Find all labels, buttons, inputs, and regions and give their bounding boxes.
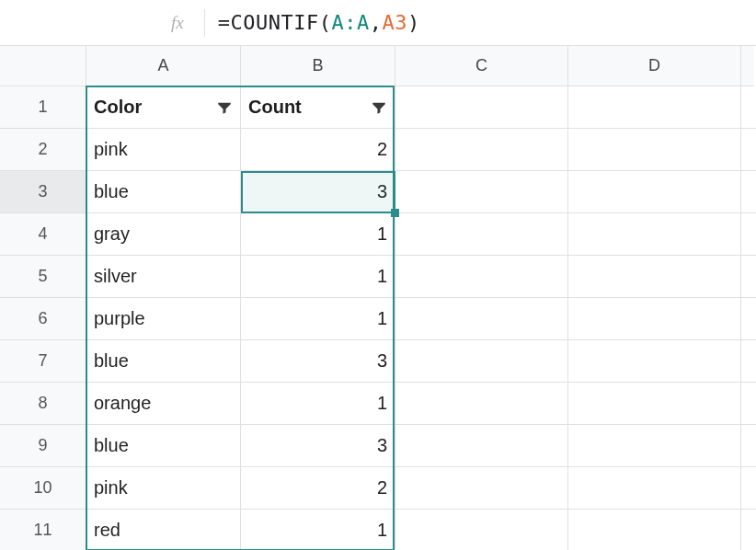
grid[interactable]: Color Count pink 2 blue: [86, 86, 756, 550]
comma: ,: [370, 11, 383, 34]
cell-edge[interactable]: [741, 298, 756, 340]
cell-b9[interactable]: 3: [241, 425, 395, 467]
cell-c7[interactable]: [395, 340, 568, 383]
cell-d1[interactable]: [568, 86, 741, 129]
paren-open: (: [319, 11, 332, 34]
row-header-10[interactable]: 10: [0, 467, 86, 510]
cell-edge[interactable]: [741, 383, 756, 425]
row-header-11[interactable]: 11: [0, 510, 86, 550]
col-header-a[interactable]: A: [86, 46, 241, 86]
cell-a10[interactable]: pink: [86, 467, 241, 510]
col-edge: [741, 46, 754, 86]
cell-d11[interactable]: [568, 510, 741, 550]
row-header-2[interactable]: 2: [0, 129, 86, 171]
row-header-5[interactable]: 5: [0, 256, 86, 298]
cell-a1[interactable]: Color: [86, 86, 241, 129]
cell-c4[interactable]: [395, 213, 568, 256]
cell-b5[interactable]: 1: [241, 256, 395, 298]
cell-edge[interactable]: [741, 467, 756, 510]
cell-b10[interactable]: 2: [241, 467, 395, 510]
cell-edge[interactable]: [741, 425, 756, 467]
table-row: orange 1: [86, 383, 756, 425]
col-header-b[interactable]: B: [241, 46, 395, 86]
cell-b11[interactable]: 1: [241, 510, 395, 550]
row-header-8[interactable]: 8: [0, 383, 86, 425]
row-header-3[interactable]: 3: [0, 171, 86, 213]
table-row: blue 3: [86, 171, 756, 213]
cell-a7[interactable]: blue: [86, 340, 241, 383]
row-header-4[interactable]: 4: [0, 213, 86, 256]
cell-d6[interactable]: [568, 298, 741, 340]
cell-d7[interactable]: [568, 340, 741, 383]
cell-a3[interactable]: blue: [86, 171, 241, 213]
table-row: pink 2: [86, 467, 756, 510]
cell-d4[interactable]: [568, 213, 741, 256]
cell-d2[interactable]: [568, 129, 741, 171]
cell-c11[interactable]: [395, 510, 568, 550]
cell-c2[interactable]: [395, 129, 568, 171]
cell-c10[interactable]: [395, 467, 568, 510]
cell-b8[interactable]: 1: [241, 383, 395, 425]
cell-d8[interactable]: [568, 383, 741, 425]
cell-b3[interactable]: 3: [241, 171, 395, 213]
row-header-6[interactable]: 6: [0, 298, 86, 340]
filter-icon[interactable]: [371, 99, 387, 116]
cell-b1[interactable]: Count: [241, 86, 395, 129]
formula-input[interactable]: =COUNTIF ( A:A , A3 ): [218, 11, 420, 34]
cell-edge[interactable]: [741, 340, 756, 383]
cell-c8[interactable]: [395, 383, 568, 425]
select-all-corner[interactable]: [0, 46, 86, 86]
formula-ref: A3: [382, 11, 407, 34]
divider: [204, 9, 205, 37]
cell-c5[interactable]: [395, 256, 568, 298]
cell-b6[interactable]: 1: [241, 298, 395, 340]
cell-edge[interactable]: [741, 171, 756, 213]
row-headers: 1 2 3 4 5 6 7 8 9 10 11: [0, 86, 86, 550]
cell-edge[interactable]: [741, 86, 756, 129]
cell-d9[interactable]: [568, 425, 741, 467]
cell-edge[interactable]: [741, 256, 756, 298]
formula-range: A:A: [331, 11, 369, 34]
cell-c9[interactable]: [395, 425, 568, 467]
table-row: blue 3: [86, 340, 756, 383]
cell-c1[interactable]: [395, 86, 568, 129]
table-row: blue 3: [86, 425, 756, 467]
cell-a6[interactable]: purple: [86, 298, 241, 340]
fx-icon: fx: [156, 13, 199, 33]
table-row: gray 1: [86, 213, 756, 256]
formula-func: =COUNTIF: [218, 11, 319, 34]
cell-a5[interactable]: silver: [86, 256, 241, 298]
cell-c6[interactable]: [395, 298, 568, 340]
cell-edge[interactable]: [741, 213, 756, 256]
cell-b4[interactable]: 1: [241, 213, 395, 256]
header-count: Count: [248, 97, 302, 118]
col-header-d[interactable]: D: [568, 46, 741, 86]
table-row: Color Count: [86, 86, 756, 129]
cell-a11[interactable]: red: [86, 510, 241, 550]
cell-a4[interactable]: gray: [86, 213, 241, 256]
cell-b2[interactable]: 2: [241, 129, 395, 171]
cell-b7[interactable]: 3: [241, 340, 395, 383]
fill-handle[interactable]: [391, 209, 399, 217]
row-header-9[interactable]: 9: [0, 425, 86, 467]
table-row: red 1: [86, 510, 756, 550]
formula-bar: fx =COUNTIF ( A:A , A3 ): [0, 0, 756, 46]
table-row: pink 2: [86, 129, 756, 171]
row-header-7[interactable]: 7: [0, 340, 86, 383]
cell-a2[interactable]: pink: [86, 129, 241, 171]
cell-edge[interactable]: [741, 510, 756, 550]
cell-c3[interactable]: [395, 171, 568, 213]
cell-d10[interactable]: [568, 467, 741, 510]
filter-icon[interactable]: [216, 99, 233, 116]
cell-d5[interactable]: [568, 256, 741, 298]
col-header-c[interactable]: C: [395, 46, 568, 86]
row-header-1[interactable]: 1: [0, 86, 86, 129]
paren-close: ): [407, 11, 420, 34]
cell-a9[interactable]: blue: [86, 425, 241, 467]
cell-d3[interactable]: [568, 171, 741, 213]
column-headers: A B C D: [0, 46, 756, 86]
cell-a8[interactable]: orange: [86, 383, 241, 425]
table-row: silver 1: [86, 256, 756, 298]
cell-edge[interactable]: [741, 129, 756, 171]
sheet: 1 2 3 4 5 6 7 8 9 10 11 Color Count: [0, 86, 756, 550]
